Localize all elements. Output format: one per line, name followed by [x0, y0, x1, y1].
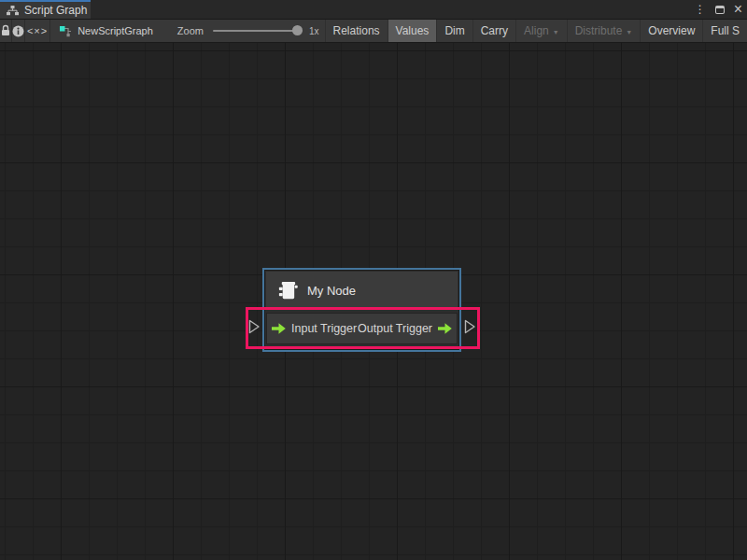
dim-label: Dim — [444, 24, 464, 37]
chevron-down-icon: ▼ — [553, 27, 559, 35]
relations-button[interactable]: Relations — [325, 20, 388, 42]
node-header[interactable]: My Node — [266, 272, 458, 310]
fullscreen-label: Full S — [711, 24, 740, 37]
info-icon — [12, 25, 24, 37]
graph-canvas[interactable]: My Node Input Trigger Output Trigger — [0, 43, 747, 560]
tab-script-graph[interactable]: Script Graph — [0, 0, 91, 19]
info-button[interactable] — [12, 20, 25, 42]
chevron-down-icon: ▼ — [626, 27, 632, 35]
tab-label: Script Graph — [24, 4, 87, 17]
output-port-label: Output Trigger — [358, 322, 432, 335]
code-view-toggle[interactable]: <×> — [25, 20, 50, 42]
align-dropdown[interactable]: Align ▼ — [515, 20, 567, 42]
window-menu-icon[interactable]: ⋮ — [695, 4, 706, 15]
lock-button[interactable] — [0, 20, 12, 42]
output-trigger-port[interactable]: Output Trigger — [358, 322, 453, 335]
distribute-dropdown[interactable]: Distribute ▼ — [567, 20, 641, 42]
align-label: Align — [524, 24, 549, 37]
close-icon[interactable]: × — [734, 4, 742, 15]
fullscreen-button[interactable]: Full S — [702, 20, 747, 42]
maximize-icon[interactable] — [715, 6, 725, 14]
distribute-label: Distribute — [575, 24, 623, 37]
dim-button[interactable]: Dim — [436, 20, 472, 42]
graph-asset-reference[interactable]: NewScriptGraph — [60, 20, 153, 42]
node-ports-row: Input Trigger Output Trigger — [266, 313, 458, 344]
node-output-connection-triangle[interactable] — [464, 319, 476, 334]
graph-hierarchy-icon — [7, 6, 19, 16]
zoom-value: 1x — [309, 26, 319, 36]
zoom-control: Zoom 1x — [177, 20, 325, 42]
node-input-connection-triangle[interactable] — [248, 319, 261, 334]
overview-button[interactable]: Overview — [640, 20, 702, 42]
graph-name-label: NewScriptGraph — [78, 25, 153, 36]
carry-button[interactable]: Carry — [472, 20, 515, 42]
titlebar: Script Graph ⋮ × — [0, 0, 747, 20]
graph-toolbar: <×> NewScriptGraph Zoom 1x Relations Val… — [0, 20, 747, 43]
trigger-arrow-icon — [271, 322, 287, 335]
input-trigger-port[interactable]: Input Trigger — [271, 322, 357, 335]
zoom-label: Zoom — [177, 25, 204, 36]
trigger-arrow-icon — [437, 322, 453, 335]
relations-label: Relations — [333, 24, 380, 37]
node-title: My Node — [307, 284, 356, 298]
node-my-node[interactable]: My Node Input Trigger Output Trigger — [262, 268, 461, 352]
unit-node-icon — [276, 280, 298, 301]
zoom-slider-handle[interactable] — [292, 25, 303, 35]
lock-icon — [0, 24, 11, 37]
window-controls: ⋮ × — [695, 0, 742, 19]
values-button[interactable]: Values — [388, 20, 437, 42]
input-port-label: Input Trigger — [291, 322, 357, 335]
carry-label: Carry — [481, 24, 508, 37]
overview-label: Overview — [648, 24, 695, 37]
zoom-slider[interactable] — [213, 30, 303, 32]
values-label: Values — [396, 24, 430, 37]
script-graph-asset-icon — [60, 25, 72, 37]
